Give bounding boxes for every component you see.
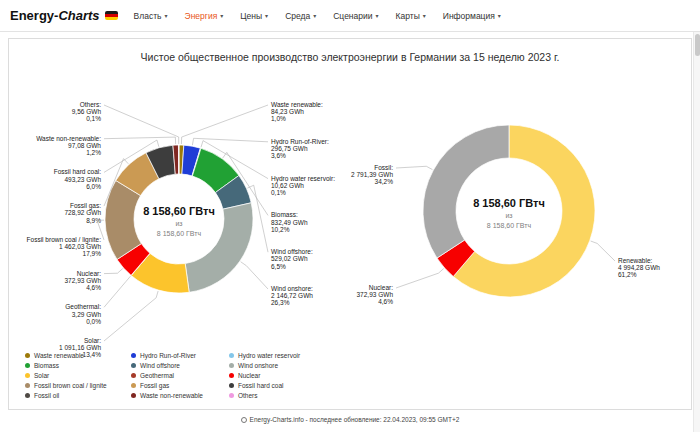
legend-item[interactable]: Biomass [25, 361, 131, 370]
donut-center-total: 8 158,60 ГВтч [157, 230, 202, 237]
footer-note: Energy-Charts.info - последнее обновлени… [0, 416, 700, 423]
legend-color-dot [25, 373, 30, 378]
legend-color-dot [229, 363, 234, 368]
nav-item-4[interactable]: Сценарии▾ [333, 11, 378, 21]
legend-item[interactable]: Fossil gas [131, 381, 229, 390]
slice-label: 372,93 GWh [65, 277, 102, 284]
nav-item-label: Власть [134, 11, 162, 21]
legend-item[interactable]: Nuclear [229, 371, 300, 380]
label-leader-line [591, 241, 615, 261]
pie-slice-others[interactable] [178, 145, 179, 174]
slice-label: 493,23 GWh [65, 176, 102, 183]
slice-label: 17,9% [83, 250, 102, 257]
legend-item[interactable]: Geothermal [131, 371, 229, 380]
slice-label: 61,2% [618, 271, 637, 278]
legend-item[interactable]: Waste non-renewable [131, 391, 229, 400]
slice-label: Wind onshore: [271, 285, 313, 292]
legend-item[interactable]: Fossil brown coal / lignite [25, 381, 131, 390]
legend-label: Fossil brown coal / lignite [34, 382, 107, 389]
legend-item[interactable]: Hydro Run-of-River [131, 351, 229, 360]
slice-label: 0,0% [86, 318, 101, 325]
nav-item-label: Цены [240, 11, 262, 21]
slice-label: 0,1% [86, 115, 101, 122]
legend-label: Biomass [34, 362, 59, 369]
legend-label: Fossil gas [140, 382, 169, 389]
legend-item[interactable]: Fossil oil [25, 391, 131, 400]
legend-color-dot [229, 383, 234, 388]
legend-label: Hydro water reservoir [238, 352, 300, 359]
label-leader-line [396, 166, 432, 169]
slice-label: 2 791,39 GWh [351, 171, 393, 178]
nav-item-5[interactable]: Карты▾ [396, 11, 426, 21]
legend-item[interactable]: Solar [25, 371, 131, 380]
logo[interactable]: Energy-Charts [10, 8, 118, 23]
slice-label: 2 146,72 GWh [271, 292, 313, 299]
legend-item[interactable]: Wind onshore [229, 361, 300, 370]
page: Energy-Charts Власть▾Энергия▾Цены▾Среда▾… [0, 0, 700, 432]
legend-label: Waste non-renewable [140, 392, 203, 399]
scrollbar-thumb[interactable] [695, 34, 700, 56]
slice-label: 4,6% [86, 284, 101, 291]
legend-label: Wind onshore [238, 362, 278, 369]
nav-item-6[interactable]: Информация▾ [443, 11, 501, 21]
donut-center-of: из [175, 220, 182, 227]
chart-card: Чистое общественное производство электро… [8, 38, 692, 410]
chevron-down-icon: ▾ [165, 13, 168, 19]
slice-label: 1 462,03 GWh [59, 243, 101, 250]
slice-label: 4,6% [378, 298, 393, 305]
legend-item[interactable]: Fossil hard coal [229, 381, 300, 390]
slice-label: 0,1% [271, 189, 286, 196]
chart-legend: Waste renewableBiomassSolarFossil brown … [25, 351, 300, 401]
legend-label: Geothermal [140, 372, 174, 379]
slice-label: Geothermal: [65, 303, 101, 310]
slice-label: 97,08 GWh [68, 142, 101, 149]
donut-center-of: из [505, 212, 512, 219]
header: Energy-Charts Власть▾Энергия▾Цены▾Среда▾… [0, 0, 700, 32]
clock-icon [241, 417, 247, 423]
legend-item[interactable]: Wind offshore [131, 361, 229, 370]
legend-item[interactable]: Waste renewable [25, 351, 131, 360]
nav-item-1[interactable]: Энергия▾ [185, 11, 224, 21]
slice-label: 10,2% [271, 226, 290, 233]
nav-item-3[interactable]: Среда▾ [285, 11, 316, 21]
legend-color-dot [131, 383, 136, 388]
slice-label: 10,62 GWh [271, 182, 304, 189]
legend-color-dot [25, 363, 30, 368]
legend-color-dot [25, 393, 30, 398]
legend-label: Hydro Run-of-River [140, 352, 196, 359]
legend-item[interactable]: Others [229, 391, 300, 400]
slice-label: 832,49 GWh [271, 219, 308, 226]
detailed-donut-chart: Others:9,56 GWh0,1%Waste non-renewable:9… [9, 91, 369, 367]
pie-slice-fossil[interactable] [423, 125, 509, 258]
legend-color-dot [131, 353, 136, 358]
slice-label: Solar: [84, 337, 101, 344]
slice-label: 1,0% [271, 115, 286, 122]
slice-label: Waste renewable: [271, 101, 323, 108]
donut-center-value: 8 158,60 ГВтч [473, 197, 545, 209]
label-leader-line [396, 269, 444, 288]
legend-label: Others [238, 392, 258, 399]
legend-color-dot [131, 363, 136, 368]
legend-column: Hydro water reservoirWind onshoreNuclear… [229, 351, 300, 401]
donut-center-value: 8 158,60 ГВтч [143, 205, 215, 217]
legend-label: Waste renewable [34, 352, 84, 359]
nav-item-0[interactable]: Власть▾ [134, 11, 168, 21]
label-leader-line [104, 276, 130, 307]
nav-item-label: Информация [443, 11, 495, 21]
scrollbar-track[interactable] [693, 32, 700, 432]
slice-label: Waste non-renewable: [36, 135, 101, 142]
nav-item-2[interactable]: Цены▾ [240, 11, 268, 21]
slice-label: 4 994,28 GWh [618, 264, 660, 271]
legend-color-dot [229, 373, 234, 378]
legend-column: Waste renewableBiomassSolarFossil brown … [25, 351, 131, 401]
legend-color-dot [229, 353, 234, 358]
legend-label: Fossil oil [34, 392, 59, 399]
slice-label: 372,93 GWh [357, 291, 394, 298]
legend-column: Hydro Run-of-RiverWind offshoreGeotherma… [131, 351, 229, 401]
legend-item[interactable]: Hydro water reservoir [229, 351, 300, 360]
slice-label: Biomass: [271, 211, 298, 218]
slice-label: 9,56 GWh [72, 108, 102, 115]
label-leader-line [241, 262, 268, 289]
chevron-down-icon: ▾ [265, 13, 268, 19]
legend-label: Fossil hard coal [238, 382, 284, 389]
